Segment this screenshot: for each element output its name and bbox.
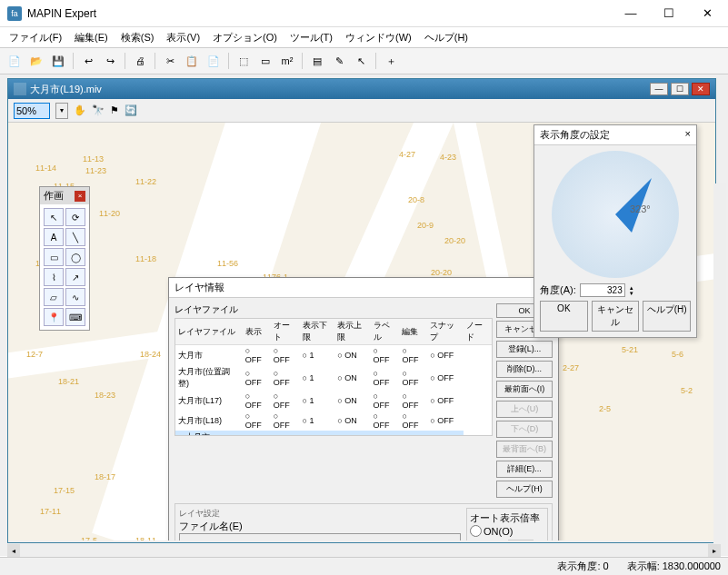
map-minimize-button[interactable]: — (650, 83, 668, 95)
copy-icon[interactable]: 📋 (183, 52, 201, 70)
menu-file[interactable]: ファイル(F) (4, 28, 67, 47)
lot-label: 18-11 (135, 536, 156, 540)
lot-label: 20-9 (417, 221, 434, 230)
flag-icon[interactable]: ⚑ (110, 104, 119, 116)
rect-tool[interactable]: ▭ (44, 248, 64, 266)
compass[interactable]: 323° (552, 151, 679, 278)
compass-angle-text: 323° (630, 203, 651, 214)
rotate-tool[interactable]: ⟳ (65, 208, 85, 226)
pointer-icon[interactable]: ↖ (352, 52, 370, 70)
layers-icon[interactable]: ▤ (308, 52, 326, 70)
print-icon[interactable]: 🖨 (131, 52, 149, 70)
minimize-button[interactable]: — (617, 4, 644, 24)
statusbar: 表示角度: 0 表示幅: 1830.000000 (0, 557, 728, 575)
layer-row[interactable]: 大月市(L17)○ OFF○ OFF○ 1○ ON○ OFF○ OFF○ OFF (175, 391, 492, 411)
layer-dialog-button[interactable]: 最背面へ(B) (496, 441, 553, 458)
menu-tools[interactable]: ツール(T) (284, 28, 338, 47)
edit-icon[interactable]: ✎ (330, 52, 348, 70)
map-window: 大月市(L19).miv — ☐ ✕ ▾ ✋ 🔭 ⚑ 🔄 11-1411-131… (7, 78, 716, 543)
cut-icon[interactable]: ✂ (161, 52, 179, 70)
lot-label: 4-23 (440, 153, 456, 162)
app-title: MAPIN Expert (27, 7, 617, 20)
pointer-tool[interactable]: ↖ (44, 208, 64, 226)
binoculars-icon[interactable]: 🔭 (92, 104, 105, 116)
curve-tool[interactable]: ∿ (65, 288, 85, 306)
layer-dialog-button[interactable]: 下へ(D) (496, 421, 553, 438)
ellipse-tool[interactable]: ◯ (65, 248, 85, 266)
arrow-tool[interactable]: ↗ (65, 268, 85, 286)
angle-cancel-button[interactable]: キャンセル (592, 301, 640, 332)
maximize-button[interactable]: ☐ (655, 4, 683, 24)
polyline-tool[interactable]: ⌇ (44, 268, 64, 286)
menu-search[interactable]: 検索(S) (115, 28, 160, 47)
add-icon[interactable]: ＋ (382, 52, 400, 70)
status-width: 表示幅: 1830.000000 (627, 560, 721, 573)
angle-help-button[interactable]: ヘルプ(H) (643, 301, 691, 332)
layer-dialog-button[interactable]: 詳細(E)... (496, 461, 553, 478)
save-icon[interactable]: 💾 (49, 52, 67, 70)
polygon-tool[interactable]: ▱ (44, 288, 64, 306)
scroll-right-icon[interactable]: ▸ (708, 544, 721, 557)
line-tool[interactable]: ╲ (65, 228, 85, 246)
menu-help[interactable]: ヘルプ(H) (419, 28, 474, 47)
layer-dialog-button[interactable]: 登録(L)... (496, 341, 553, 358)
hand-icon[interactable]: ✋ (74, 104, 86, 116)
layer-dialog-title: レイヤ情報 (175, 281, 224, 294)
menu-options[interactable]: オプション(O) (207, 28, 283, 47)
angle-ok-button[interactable]: OK (540, 301, 588, 332)
open-icon[interactable]: 📂 (27, 52, 45, 70)
text-tool[interactable]: A (44, 228, 64, 246)
zoom-input[interactable] (14, 103, 50, 119)
map-maximize-button[interactable]: ☐ (671, 83, 689, 95)
scroll-left-icon[interactable]: ◂ (7, 544, 20, 557)
angle-spin-down[interactable]: ▼ (629, 291, 634, 296)
lot-label: 5-2 (681, 386, 693, 395)
angle-label: 角度(A): (540, 283, 576, 297)
lot-label: 17-11 (40, 507, 61, 516)
lower-limit-input[interactable] (508, 540, 534, 541)
pin-tool[interactable]: 📍 (44, 308, 64, 326)
paste-icon[interactable]: 📄 (204, 52, 223, 70)
back-icon[interactable]: ↩ (79, 52, 97, 70)
map-close-button[interactable]: ✕ (692, 83, 710, 95)
forward-icon[interactable]: ↪ (101, 52, 119, 70)
layer-row[interactable]: 大月市(位置調整)○ OFF○ OFF○ 1○ ON○ OFF○ OFF○ OF… (175, 365, 492, 391)
lot-label: 11-56 (217, 259, 238, 268)
draw-panel-close[interactable]: × (75, 191, 85, 202)
select-icon[interactable]: ▭ (256, 52, 274, 70)
layer-dialog-button[interactable]: 上へ(U) (496, 401, 553, 418)
new-icon[interactable]: 📄 (5, 52, 24, 70)
keyboard-tool[interactable]: ⌨ (65, 308, 85, 326)
lot-label: 20-20 (444, 236, 465, 245)
layer-dialog-button[interactable]: ヘルプ(H) (496, 481, 553, 498)
layer-dialog-button[interactable]: 削除(D)... (496, 361, 553, 378)
zoom-dropdown[interactable]: ▾ (55, 103, 68, 119)
layer-row[interactable]: ▸ 大月市(L19).miv○ ON○ OFF○ 1○ ON○ OFF○ OFF… (175, 431, 492, 436)
file-field-input[interactable] (179, 533, 461, 540)
map-canvas[interactable]: 11-1411-1311-2311-1511-1911-2011-1011-12… (8, 123, 715, 540)
lot-label: 18-23 (95, 391, 115, 400)
menu-window[interactable]: ウィンドウ(W) (340, 28, 417, 47)
app-icon: fa (7, 6, 22, 21)
angle-input[interactable] (580, 283, 625, 297)
lot-label: 2-5 (599, 404, 611, 413)
auto-on-label: ON(O) (484, 526, 513, 537)
map-hscroll[interactable]: ◂ ▸ (7, 544, 721, 557)
menu-view[interactable]: 表示(V) (161, 28, 205, 47)
layer-row[interactable]: 大月市○ OFF○ OFF○ 1○ ON○ OFF○ OFF○ OFF (175, 345, 492, 366)
workspace-vscroll[interactable] (713, 183, 726, 556)
lot-label: 4-27 (399, 150, 415, 159)
angle-dialog-close[interactable]: × (685, 128, 691, 142)
lot-label: 12-7 (26, 350, 43, 359)
layer-row[interactable]: 大月市(L18)○ OFF○ OFF○ 1○ ON○ OFF○ OFF○ OFF (175, 411, 492, 431)
layer-dialog-button[interactable]: 最前面へ(I) (496, 381, 553, 398)
menu-edit[interactable]: 編集(E) (69, 28, 114, 47)
extent-icon[interactable]: ⬚ (234, 52, 253, 70)
map-window-titlebar: 大月市(L19).miv — ☐ ✕ (8, 79, 715, 99)
close-button[interactable]: ✕ (693, 4, 721, 24)
layer-table[interactable]: レイヤファイル表示オート表示下限表示上限ラベル編集スナップノード 大月市○ OF… (175, 318, 493, 436)
main-toolbar: 📄 📂 💾 ↩ ↪ 🖨 ✂ 📋 📄 ⬚ ▭ m² ▤ ✎ ↖ ＋ (0, 47, 728, 74)
auto-on-radio[interactable] (470, 525, 482, 537)
refresh-icon[interactable]: 🔄 (125, 104, 137, 116)
measure-icon[interactable]: m² (278, 52, 296, 70)
